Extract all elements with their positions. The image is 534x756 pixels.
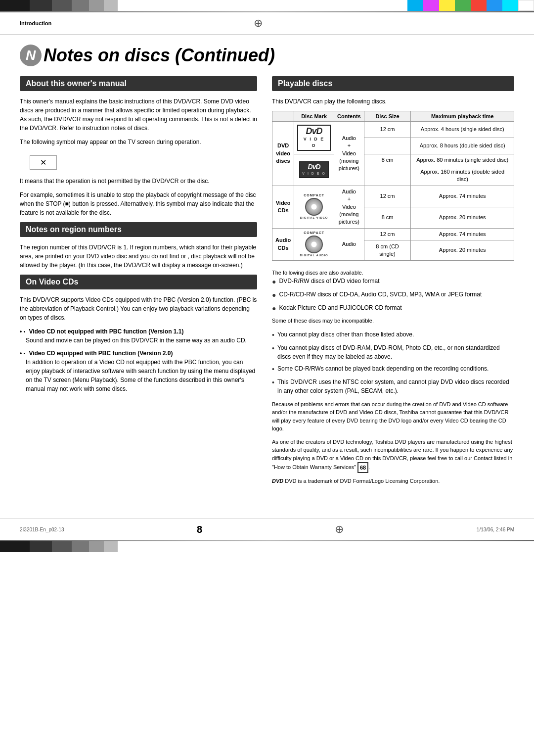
bottom-black5 — [89, 541, 104, 552]
trademark-text: DVD DVD is a trademark of DVD Format/Log… — [272, 478, 514, 484]
vcd-category-label: VideoCDs — [272, 186, 294, 228]
also-available-item2: ● CD-R/CD-RW discs of CD-DA, Audio CD, S… — [272, 290, 514, 300]
footer-crosshair-icon: ⊕ — [335, 523, 344, 536]
vcd-disc-mark: COMPACT DIGITAL VIDEO — [294, 186, 334, 228]
dvd-mark-large: DvD V I D E O — [294, 122, 334, 154]
cannot-play-text4: This DVD/VCR uses the NTSC color system,… — [277, 378, 514, 395]
right-column: Playable discs This DVD/VCR can play the… — [272, 76, 514, 484]
also-available-text3: Kodak Picture CD and FUJICOLOR CD format — [279, 303, 401, 314]
playable-discs-intro: This DVD/VCR can play the following disc… — [272, 97, 514, 106]
col-header-contents: Contents — [334, 111, 364, 122]
owners-manual-body2: The following symbol may appear on the T… — [20, 138, 257, 146]
col-header-disc-mark — [272, 111, 294, 122]
left-column: About this owner's manual This owner's m… — [20, 76, 257, 484]
video-cds-body1: This DVD/VCR supports Video CDs equipped… — [20, 295, 257, 322]
acd-category-label: AudioCDs — [272, 228, 294, 260]
page-footer: 2I3201B-En_p02-13 8 ⊕ 1/13/06, 2:46 PM — [0, 519, 534, 540]
compact-disc-digital-video-logo: COMPACT DIGITAL VIDEO — [300, 193, 328, 220]
prohibited-symbol: ✕ — [40, 158, 46, 167]
color-swatch-cyan2 — [502, 0, 518, 11]
vcd-time-8cm: Approx. 20 minutes — [411, 207, 514, 228]
bottom-black1 — [0, 541, 30, 552]
title-n-circle: N — [20, 45, 42, 66]
section-header-owners-manual: About this owner's manual — [20, 76, 257, 91]
video-cd-bullet2: • Video CD equipped with PBC function (V… — [20, 349, 257, 393]
vcd-size-12cm: 12 cm — [364, 186, 411, 207]
bullet1-body: Sound and movie can be played on this DV… — [20, 336, 247, 345]
dvd-time-8cm-single: Approx. 80 minutes (single sided disc) — [411, 154, 514, 166]
color-swatch-white — [518, 0, 534, 11]
page-header: Introduction — [0, 12, 534, 35]
section-header-video-cds: On Video CDs — [20, 275, 257, 289]
color-swatch-red — [471, 0, 487, 11]
title-text: Notes on discs (Continued) — [44, 45, 275, 66]
dvd-contents: Audio+Video(movingpictures) — [334, 122, 364, 186]
dvd-time-12cm-double: Approx. 8 hours (double sided disc) — [411, 138, 514, 154]
disc-table: Disc Mark Contents Disc Size Maximum pla… — [272, 111, 514, 261]
page-content: NNotes on discs (Continued) About this o… — [0, 35, 534, 504]
bullet1-title: Video CD not equipped with PBC function … — [29, 328, 183, 335]
table-row-acd-large: AudioCDs COMPACT DIGITAL AUDIO Audio 12 … — [272, 228, 514, 240]
trademark-body: DVD is a trademark of DVD Format/Logo Li… — [285, 478, 440, 484]
bullet2-title: Video CD equipped with PBC function (Ver… — [29, 350, 173, 357]
page-title: NNotes on discs (Continued) — [20, 45, 514, 66]
dvd-time-8cm-double: Approx. 160 minutes (double sided disc) — [411, 166, 514, 186]
dvd-mark-small: DvD V I D E O — [294, 154, 334, 186]
cannot-play-text3: Some CD-R/RWs cannot be played back depe… — [277, 364, 489, 375]
also-available-section: The following discs are also available. … — [272, 269, 514, 325]
acd-size-8cm: 8 cm (CD single) — [364, 240, 411, 260]
bottom-black4 — [72, 541, 89, 552]
dvd-size-8cm-double — [364, 166, 411, 186]
color-swatch-black6 — [104, 0, 118, 11]
also-available-text2: CD-R/CD-RW discs of CD-DA, Audio CD, SVC… — [279, 290, 482, 300]
color-swatch-black5 — [89, 0, 104, 11]
dvd-time-12cm-single: Approx. 4 hours (single sided disc) — [411, 122, 514, 138]
disclaimer-text2: As one of the creators of DVD technology… — [272, 438, 514, 473]
bottom-color-bar — [0, 541, 534, 552]
color-swatch-green — [455, 0, 471, 11]
color-swatch-cyan — [407, 0, 423, 11]
col-header-disc-mark-label: Disc Mark — [294, 111, 334, 122]
footer-date: 1/13/06, 2:46 PM — [477, 527, 514, 532]
dvd-size-8cm: 8 cm — [364, 154, 411, 166]
acd-time-8cm: Approx. 20 minutes — [411, 240, 514, 260]
cannot-play-text2: You cannot play discs of DVD-RAM, DVD-RO… — [277, 343, 514, 361]
color-swatch-black3 — [52, 0, 72, 11]
crosshair-icon — [251, 16, 265, 30]
dvd-video-logo-large: DvD V I D E O — [297, 125, 331, 151]
also-available-text1: DVD-R/RW discs of DVD video format — [279, 277, 379, 287]
acd-time-12cm: Approx. 74 minutes — [411, 228, 514, 240]
dvd-video-logo-small: DvD V I D E O — [299, 161, 329, 178]
video-cd-bullet1: • Video CD not equipped with PBC functio… — [20, 327, 257, 345]
also-available-item3: ● Kodak Picture CD and FUJICOLOR CD form… — [272, 303, 514, 314]
top-color-bar — [0, 0, 534, 11]
color-swatch-black2 — [30, 0, 52, 11]
page-number: 8 — [197, 524, 202, 535]
table-row-dvd-small: DvD V I D E O 8 cm Approx. 80 minutes (s… — [272, 154, 514, 166]
region-numbers-body: The region number of this DVD/VCR is 1. … — [20, 243, 257, 270]
dvd-trademark-logo: DVD — [272, 478, 283, 484]
table-row-vcd-large: VideoCDs COMPACT DIGITAL VIDEO Audio+Vid… — [272, 186, 514, 207]
bottom-black3 — [52, 541, 72, 552]
owners-manual-body3: It means that the operation is not permi… — [20, 177, 257, 186]
section-label: Introduction — [20, 20, 51, 26]
warranty-page-num: 68 — [357, 462, 368, 473]
vcd-time-12cm: Approx. 74 minutes — [411, 186, 514, 207]
two-column-layout: About this owner's manual This owner's m… — [20, 76, 514, 484]
color-swatch-black4 — [72, 0, 89, 11]
section-header-playable-discs: Playable discs — [272, 76, 514, 91]
section-header-region-numbers: Notes on region numbers — [20, 222, 257, 237]
disclaimer-text: Because of problems and errors that can … — [272, 400, 514, 433]
disc-circle-acd — [305, 236, 323, 253]
table-row-dvd-large: DVDvideodiscs DvD V I D E O Audio+Video(… — [272, 122, 514, 138]
acd-contents: Audio — [334, 228, 364, 260]
cannot-play-item2: • You cannot play discs of DVD-RAM, DVD-… — [272, 343, 514, 361]
bottom-black2 — [30, 541, 52, 552]
owners-manual-body4: For example, sometimes it is unable to s… — [20, 190, 257, 217]
disc-circle-vcd — [305, 198, 323, 216]
acd-size-12cm: 12 cm — [364, 228, 411, 240]
color-swatch-blue — [487, 0, 502, 11]
color-swatch-yellow — [439, 0, 455, 11]
col-header-disc-size: Disc Size — [364, 111, 411, 122]
acd-disc-mark: COMPACT DIGITAL AUDIO — [294, 228, 334, 260]
